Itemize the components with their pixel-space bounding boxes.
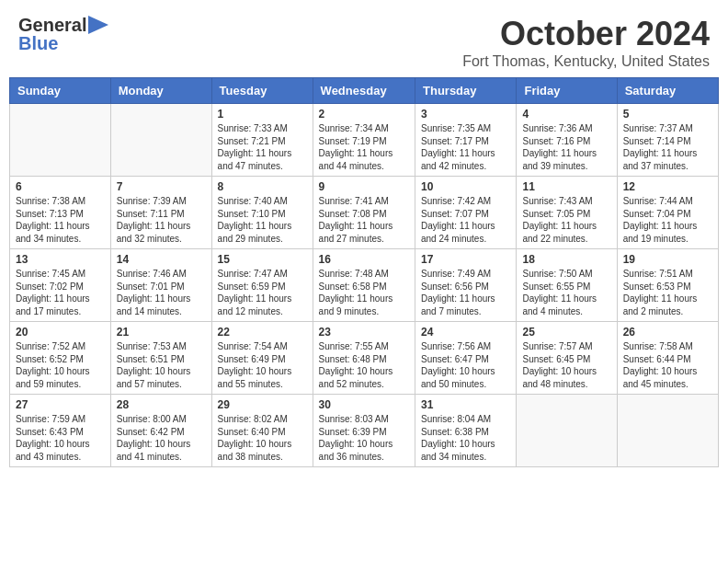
calendar-cell: 20Sunrise: 7:52 AM Sunset: 6:52 PM Dayli… [10, 322, 111, 395]
day-info: Sunrise: 7:57 AM Sunset: 6:45 PM Dayligh… [522, 340, 610, 390]
day-number: 2 [319, 108, 409, 121]
day-info: Sunrise: 7:41 AM Sunset: 7:08 PM Dayligh… [319, 195, 409, 245]
day-number: 20 [16, 326, 105, 339]
day-number: 10 [421, 180, 510, 193]
calendar-cell: 28Sunrise: 8:00 AM Sunset: 6:42 PM Dayli… [110, 395, 211, 467]
calendar-cell: 12Sunrise: 7:44 AM Sunset: 7:04 PM Dayli… [617, 177, 718, 249]
day-number: 24 [421, 326, 510, 339]
calendar-cell: 14Sunrise: 7:46 AM Sunset: 7:01 PM Dayli… [110, 249, 211, 322]
day-info: Sunrise: 8:04 AM Sunset: 6:38 PM Dayligh… [421, 413, 510, 463]
logo-general: General [18, 15, 86, 35]
page: General Blue October 2024 Fort Thomas, K… [0, 0, 728, 563]
calendar-cell: 31Sunrise: 8:04 AM Sunset: 6:38 PM Dayli… [415, 395, 517, 467]
header: General Blue October 2024 Fort Thomas, K… [0, 0, 728, 77]
day-info: Sunrise: 7:34 AM Sunset: 7:19 PM Dayligh… [319, 122, 409, 172]
week-row-2: 6Sunrise: 7:38 AM Sunset: 7:13 PM Daylig… [10, 177, 719, 249]
day-number: 5 [623, 108, 712, 121]
day-number: 9 [319, 180, 409, 193]
logo-blue: Blue [18, 33, 58, 53]
header-day-thursday: Thursday [415, 78, 517, 104]
day-info: Sunrise: 7:40 AM Sunset: 7:10 PM Dayligh… [218, 195, 307, 245]
svg-marker-0 [88, 16, 108, 34]
day-number: 7 [117, 180, 206, 193]
day-number: 8 [218, 180, 307, 193]
day-number: 26 [623, 326, 712, 339]
day-info: Sunrise: 7:43 AM Sunset: 7:05 PM Dayligh… [522, 195, 610, 245]
day-number: 19 [623, 253, 712, 266]
logo: General Blue [18, 15, 108, 53]
day-number: 11 [522, 180, 610, 193]
page-title: October 2024 [462, 15, 710, 53]
calendar-cell: 15Sunrise: 7:47 AM Sunset: 6:59 PM Dayli… [211, 249, 313, 322]
day-info: Sunrise: 7:48 AM Sunset: 6:58 PM Dayligh… [319, 268, 409, 317]
header-day-sunday: Sunday [10, 78, 111, 104]
week-row-4: 20Sunrise: 7:52 AM Sunset: 6:52 PM Dayli… [10, 322, 719, 395]
day-info: Sunrise: 7:54 AM Sunset: 6:49 PM Dayligh… [218, 340, 307, 390]
week-row-5: 27Sunrise: 7:59 AM Sunset: 6:43 PM Dayli… [10, 395, 719, 467]
calendar-wrapper: SundayMondayTuesdayWednesdayThursdayFrid… [0, 77, 728, 477]
day-number: 17 [421, 253, 510, 266]
day-info: Sunrise: 7:55 AM Sunset: 6:48 PM Dayligh… [319, 340, 409, 390]
calendar-cell: 23Sunrise: 7:55 AM Sunset: 6:48 PM Dayli… [313, 322, 415, 395]
day-number: 3 [421, 108, 510, 121]
day-info: Sunrise: 7:49 AM Sunset: 6:56 PM Dayligh… [421, 268, 510, 317]
day-number: 31 [421, 398, 510, 411]
day-number: 28 [117, 398, 206, 411]
day-info: Sunrise: 7:36 AM Sunset: 7:16 PM Dayligh… [522, 122, 610, 172]
day-info: Sunrise: 7:39 AM Sunset: 7:11 PM Dayligh… [117, 195, 206, 245]
day-number: 25 [522, 326, 610, 339]
calendar-cell [110, 104, 211, 177]
day-info: Sunrise: 7:50 AM Sunset: 6:55 PM Dayligh… [522, 268, 610, 317]
calendar-cell: 17Sunrise: 7:49 AM Sunset: 6:56 PM Dayli… [415, 249, 517, 322]
day-number: 16 [319, 253, 409, 266]
day-info: Sunrise: 7:35 AM Sunset: 7:17 PM Dayligh… [421, 122, 510, 172]
calendar-cell [517, 395, 617, 467]
calendar-cell: 29Sunrise: 8:02 AM Sunset: 6:40 PM Dayli… [211, 395, 313, 467]
day-number: 30 [319, 398, 409, 411]
calendar-cell: 25Sunrise: 7:57 AM Sunset: 6:45 PM Dayli… [517, 322, 617, 395]
day-info: Sunrise: 7:53 AM Sunset: 6:51 PM Dayligh… [117, 340, 206, 390]
calendar-cell: 2Sunrise: 7:34 AM Sunset: 7:19 PM Daylig… [313, 104, 415, 177]
calendar-cell [10, 104, 111, 177]
day-number: 18 [522, 253, 610, 266]
calendar-cell: 6Sunrise: 7:38 AM Sunset: 7:13 PM Daylig… [10, 177, 111, 249]
day-number: 27 [16, 398, 105, 411]
day-number: 23 [319, 326, 409, 339]
day-info: Sunrise: 7:46 AM Sunset: 7:01 PM Dayligh… [117, 268, 206, 317]
header-row: SundayMondayTuesdayWednesdayThursdayFrid… [10, 78, 719, 104]
day-number: 21 [117, 326, 206, 339]
header-day-saturday: Saturday [617, 78, 718, 104]
day-info: Sunrise: 7:38 AM Sunset: 7:13 PM Dayligh… [16, 195, 105, 245]
calendar-cell [617, 395, 718, 467]
header-day-wednesday: Wednesday [313, 78, 415, 104]
calendar-cell: 9Sunrise: 7:41 AM Sunset: 7:08 PM Daylig… [313, 177, 415, 249]
calendar-cell: 13Sunrise: 7:45 AM Sunset: 7:02 PM Dayli… [10, 249, 111, 322]
day-info: Sunrise: 7:45 AM Sunset: 7:02 PM Dayligh… [16, 268, 105, 317]
calendar-cell: 16Sunrise: 7:48 AM Sunset: 6:58 PM Dayli… [313, 249, 415, 322]
day-info: Sunrise: 8:02 AM Sunset: 6:40 PM Dayligh… [218, 413, 307, 463]
day-info: Sunrise: 7:59 AM Sunset: 6:43 PM Dayligh… [16, 413, 105, 463]
calendar-table: SundayMondayTuesdayWednesdayThursdayFrid… [9, 77, 719, 467]
calendar-cell: 3Sunrise: 7:35 AM Sunset: 7:17 PM Daylig… [415, 104, 517, 177]
day-number: 29 [218, 398, 307, 411]
calendar-cell: 24Sunrise: 7:56 AM Sunset: 6:47 PM Dayli… [415, 322, 517, 395]
day-number: 13 [16, 253, 105, 266]
calendar-cell: 8Sunrise: 7:40 AM Sunset: 7:10 PM Daylig… [211, 177, 313, 249]
calendar-cell: 10Sunrise: 7:42 AM Sunset: 7:07 PM Dayli… [415, 177, 517, 249]
day-info: Sunrise: 7:52 AM Sunset: 6:52 PM Dayligh… [16, 340, 105, 390]
calendar-cell: 21Sunrise: 7:53 AM Sunset: 6:51 PM Dayli… [110, 322, 211, 395]
calendar-cell: 11Sunrise: 7:43 AM Sunset: 7:05 PM Dayli… [517, 177, 617, 249]
calendar-cell: 1Sunrise: 7:33 AM Sunset: 7:21 PM Daylig… [211, 104, 313, 177]
calendar-cell: 19Sunrise: 7:51 AM Sunset: 6:53 PM Dayli… [617, 249, 718, 322]
day-info: Sunrise: 7:51 AM Sunset: 6:53 PM Dayligh… [623, 268, 712, 317]
day-info: Sunrise: 7:47 AM Sunset: 6:59 PM Dayligh… [218, 268, 307, 317]
day-info: Sunrise: 7:37 AM Sunset: 7:14 PM Dayligh… [623, 122, 712, 172]
calendar-cell: 5Sunrise: 7:37 AM Sunset: 7:14 PM Daylig… [617, 104, 718, 177]
day-number: 1 [218, 108, 307, 121]
day-number: 14 [117, 253, 206, 266]
week-row-1: 1Sunrise: 7:33 AM Sunset: 7:21 PM Daylig… [10, 104, 719, 177]
day-number: 4 [522, 108, 610, 121]
calendar-cell: 4Sunrise: 7:36 AM Sunset: 7:16 PM Daylig… [517, 104, 617, 177]
day-info: Sunrise: 8:03 AM Sunset: 6:39 PM Dayligh… [319, 413, 409, 463]
calendar-body: 1Sunrise: 7:33 AM Sunset: 7:21 PM Daylig… [10, 104, 719, 467]
